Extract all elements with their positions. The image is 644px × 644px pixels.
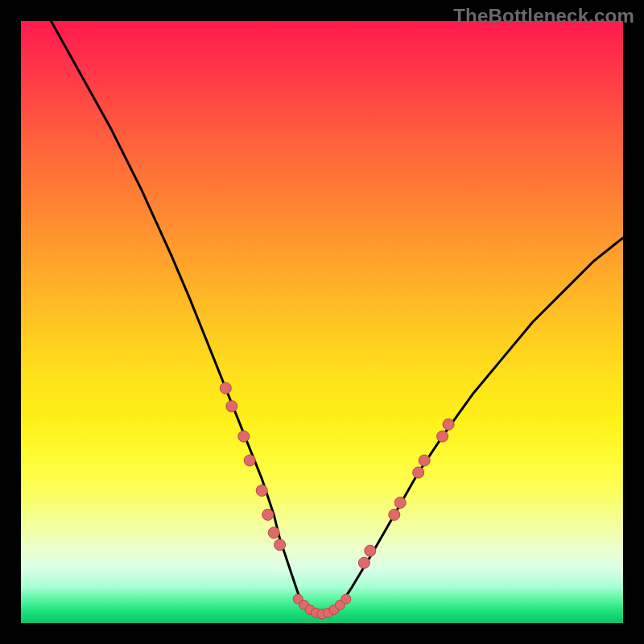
data-marker [394, 497, 406, 508]
data-marker [268, 527, 279, 539]
data-marker [238, 431, 250, 442]
bottleneck-curve [51, 21, 623, 617]
data-marker [220, 382, 231, 394]
data-marker [256, 485, 267, 496]
data-marker [358, 557, 369, 568]
data-marker [419, 455, 430, 466]
chart-frame: TheBottleneck.com [0, 0, 644, 644]
data-marker [341, 594, 351, 604]
data-marker [389, 509, 400, 520]
plot-area [21, 21, 623, 623]
data-marker [437, 431, 448, 442]
data-marker [275, 539, 286, 551]
data-marker [365, 545, 376, 556]
data-marker [226, 401, 237, 412]
data-marker [413, 467, 424, 478]
data-marker [244, 455, 255, 466]
data-marker [262, 509, 274, 520]
data-marker [443, 419, 454, 430]
watermark-text: TheBottleneck.com [453, 5, 634, 27]
bottleneck-curve-svg [21, 21, 623, 623]
